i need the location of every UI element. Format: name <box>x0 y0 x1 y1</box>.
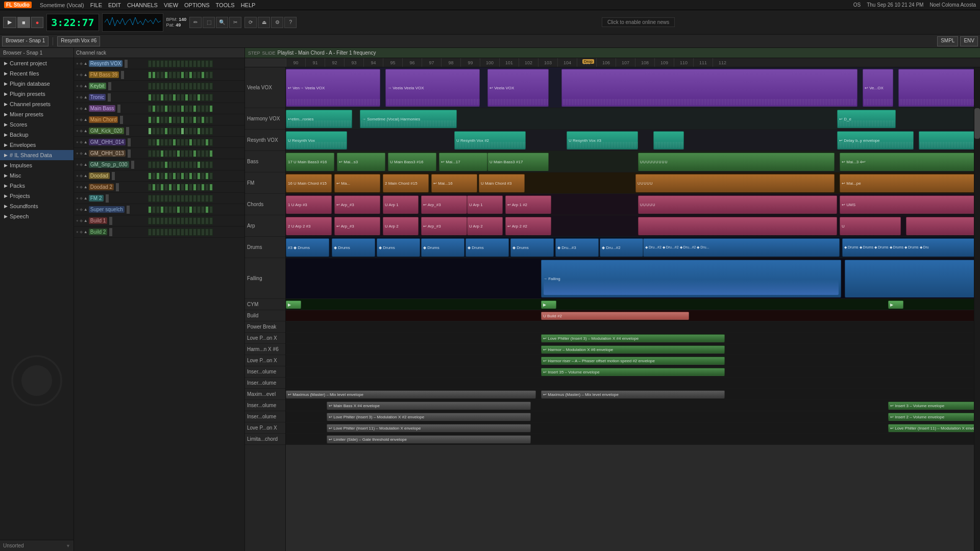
clip-arp-9[interactable] <box>906 217 974 235</box>
pad[interactable] <box>201 229 205 236</box>
pad[interactable] <box>168 150 172 157</box>
pad[interactable] <box>177 60 180 67</box>
pad[interactable] <box>189 94 192 101</box>
pad[interactable] <box>205 206 209 213</box>
pad[interactable] <box>173 94 176 101</box>
clip-harm-x6-1[interactable]: ↩ Harmor – Modulation X #6 envelope <box>541 345 725 354</box>
clip-arp-6[interactable]: ↩ Arp 2 #2 <box>505 217 551 235</box>
channel-mute[interactable]: ● <box>76 207 79 212</box>
channel-mute[interactable]: ● <box>76 173 79 178</box>
clip-fm-7[interactable]: ↩ Mai...pe <box>840 174 974 192</box>
pad[interactable] <box>148 116 152 123</box>
pad[interactable] <box>201 172 205 180</box>
clip-bass-2[interactable]: ↩ Mai...s3 <box>337 153 385 171</box>
smpl-btn[interactable]: SMPL <box>937 36 958 46</box>
pad[interactable] <box>156 71 160 79</box>
clip-bass-1[interactable]: 17 U Main Bass3 #16 <box>286 153 334 171</box>
pad[interactable] <box>164 71 168 79</box>
menu-help[interactable]: HELP <box>241 2 256 8</box>
pad[interactable] <box>168 71 172 79</box>
menu-view[interactable]: VIEW <box>164 2 178 8</box>
pad[interactable] <box>193 83 197 90</box>
pad[interactable] <box>185 71 188 79</box>
pad[interactable] <box>201 71 205 79</box>
pad[interactable] <box>209 161 213 168</box>
pad[interactable] <box>168 195 172 202</box>
pad[interactable] <box>152 217 156 224</box>
pad[interactable] <box>152 94 156 101</box>
pad[interactable] <box>209 206 213 213</box>
channel-name-build1[interactable]: Build 1 <box>89 217 108 224</box>
channel-mute[interactable]: ● <box>76 162 79 167</box>
pad[interactable] <box>173 150 176 157</box>
clip-cym-2[interactable]: ▶ <box>541 300 556 309</box>
pad[interactable] <box>168 217 172 224</box>
pad[interactable] <box>205 195 209 202</box>
pad[interactable] <box>148 128 152 135</box>
sidebar-item-channel-presets[interactable]: ▶ Channel presets <box>0 99 74 109</box>
pad[interactable] <box>168 161 172 168</box>
sidebar-item-scores[interactable]: ▶ Scores <box>0 119 74 130</box>
channel-solo[interactable]: ◆ <box>80 173 83 178</box>
pad[interactable] <box>156 161 160 168</box>
pad[interactable] <box>177 217 180 224</box>
pad[interactable] <box>193 116 197 123</box>
channel-solo[interactable]: ◆ <box>80 84 83 88</box>
pad[interactable] <box>156 116 160 123</box>
pad[interactable] <box>160 116 164 123</box>
pad[interactable] <box>152 83 156 90</box>
pad[interactable] <box>148 229 152 236</box>
pad[interactable] <box>185 172 188 180</box>
channel-up[interactable]: ▲ <box>84 230 88 234</box>
sidebar-item-speech[interactable]: ▶ Speech <box>0 211 74 221</box>
pad[interactable] <box>156 60 160 67</box>
clip-resynth-vox-3[interactable]: U Resynth Vox #3 <box>567 131 638 149</box>
channel-solo[interactable]: ◆ <box>80 72 83 77</box>
pad[interactable] <box>185 217 188 224</box>
pad[interactable] <box>168 206 172 213</box>
pad[interactable] <box>152 161 156 168</box>
pad[interactable] <box>173 184 176 191</box>
pad[interactable] <box>197 71 201 79</box>
pad[interactable] <box>177 195 180 202</box>
pad[interactable] <box>173 172 176 180</box>
channel-volume[interactable] <box>131 161 134 169</box>
pad[interactable] <box>185 94 188 101</box>
channel-name-main-chord[interactable]: Main Chord <box>89 116 118 123</box>
pad[interactable] <box>185 184 188 191</box>
clip-resynth-vox-2[interactable]: U Resynth Vox #2 <box>454 131 526 149</box>
pad[interactable] <box>181 94 184 101</box>
pad[interactable] <box>168 139 172 146</box>
pad[interactable] <box>177 206 180 213</box>
pad[interactable] <box>152 195 156 202</box>
channel-name-gm-snp[interactable]: GM_Snp_p_030 <box>89 161 129 168</box>
channel-name-main-bass[interactable]: Main Bass <box>89 105 116 112</box>
pad[interactable] <box>173 139 176 146</box>
pad[interactable] <box>197 94 201 101</box>
channel-mute[interactable]: ● <box>76 84 79 88</box>
clip-veela-vox-2[interactable]: → Veela Veela VOX <box>385 69 480 107</box>
pad[interactable] <box>209 60 213 67</box>
pad[interactable] <box>148 71 152 79</box>
pad[interactable] <box>185 128 188 135</box>
channel-name-doodad2[interactable]: Doodad 2 <box>89 184 114 190</box>
channel-up[interactable]: ▲ <box>84 151 88 156</box>
clip-drums-6[interactable]: ◆ Drums <box>510 238 554 257</box>
pad[interactable] <box>193 60 197 67</box>
menu-options[interactable]: OPTIONS <box>184 2 210 8</box>
clip-resynth-vox-5[interactable]: ↩ Delay b..y envelope <box>837 131 914 149</box>
pad[interactable] <box>156 83 160 90</box>
pad[interactable] <box>193 206 197 213</box>
pad[interactable] <box>209 128 213 135</box>
clip-fm-5[interactable]: U Main Chord #3 <box>479 174 525 192</box>
pad[interactable] <box>156 105 160 112</box>
pad[interactable] <box>185 116 188 123</box>
pad[interactable] <box>201 217 205 224</box>
pad[interactable] <box>197 172 201 180</box>
channel-up[interactable]: ▲ <box>84 61 88 66</box>
pad[interactable] <box>185 83 188 90</box>
pad[interactable] <box>197 229 201 236</box>
pad[interactable] <box>148 184 152 191</box>
pad[interactable] <box>156 139 160 146</box>
tool-btn-3[interactable]: ⚙ <box>271 17 283 28</box>
